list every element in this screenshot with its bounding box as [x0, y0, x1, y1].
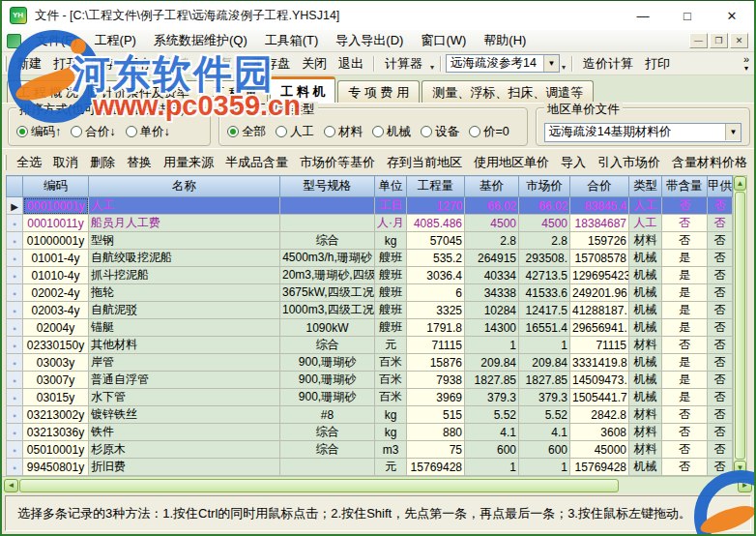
mdi-restore-button[interactable]: ❐ — [710, 33, 728, 48]
grid-column-header[interactable]: 单位 — [375, 176, 407, 197]
template-combobox[interactable]: 远海疏浚参考14 ▼ — [446, 54, 560, 73]
cell-quantity[interactable]: 7938 — [407, 372, 465, 389]
cell-type[interactable]: 材料 — [629, 337, 662, 354]
cell-unit[interactable]: 艘班 — [375, 267, 407, 284]
row-selector-cell[interactable]: ▪ — [7, 302, 23, 319]
menu-item[interactable]: 窗口(W) — [412, 30, 475, 51]
cell-code[interactable]: 03213036y — [23, 424, 89, 441]
cell-has-content[interactable]: 否 — [662, 459, 708, 476]
grid-column-header[interactable]: 市场价 — [519, 176, 570, 197]
cell-has-content[interactable]: 否 — [662, 337, 708, 354]
cell-type[interactable]: 机械 — [629, 372, 662, 389]
cell-name[interactable]: 镀锌铁丝 — [89, 406, 280, 424]
cell-market-price[interactable]: 41533.6 — [519, 284, 570, 302]
cell-type[interactable]: 材料 — [629, 232, 662, 250]
cell-type[interactable]: 人工 — [629, 215, 662, 232]
menu-item[interactable]: 工程(P) — [86, 30, 145, 51]
cell-code[interactable]: 01010-4y — [23, 267, 89, 284]
cell-has-content[interactable]: 是 — [662, 250, 708, 267]
cell-code[interactable]: 02330150y — [23, 337, 89, 354]
cell-spec[interactable]: 综合 — [280, 337, 375, 354]
action-button[interactable]: 删除 — [84, 150, 121, 175]
toolbar-file-button[interactable]: 新建 — [11, 52, 47, 75]
cell-name[interactable]: 折旧费 — [89, 459, 280, 476]
cell-spec[interactable]: 综合 — [280, 424, 375, 441]
mdi-close-button[interactable]: ✕ — [730, 33, 748, 48]
action-button[interactable]: 存到当前地区 — [381, 150, 468, 175]
cell-owner-supplied[interactable]: 否 — [708, 406, 733, 424]
cell-owner-supplied[interactable]: 否 — [708, 197, 733, 215]
cell-unit[interactable]: kg — [375, 406, 407, 424]
cell-base-price[interactable]: 2.8 — [465, 232, 519, 250]
cell-base-price[interactable]: 40334 — [465, 267, 519, 284]
cell-unit[interactable]: 艘班 — [375, 284, 407, 302]
cell-has-content[interactable]: 否 — [662, 406, 708, 424]
scroll-up-button[interactable]: ▲ — [734, 176, 746, 191]
row-selector-cell[interactable]: ▪ — [7, 319, 23, 337]
action-button[interactable]: 含量材料价格 — [666, 150, 753, 175]
cell-spec[interactable]: 4500m3/h,珊瑚砂 — [280, 250, 375, 267]
cell-market-price[interactable]: 379.3 — [519, 389, 570, 406]
cell-quantity[interactable]: 15876 — [407, 354, 465, 372]
cell-total-price[interactable]: 45000 — [570, 441, 629, 459]
cell-total-price[interactable]: 18384687 — [570, 215, 629, 232]
cell-base-price[interactable]: 14300 — [465, 319, 519, 337]
scroll-down-button[interactable]: ▼ — [734, 461, 746, 475]
grid-column-header[interactable]: 基价 — [465, 176, 519, 197]
grid-column-header[interactable]: 编码 — [23, 176, 89, 197]
horizontal-scrollbar[interactable]: ◄ ► — [2, 476, 754, 493]
cell-market-price[interactable]: 1827.85 — [519, 372, 570, 389]
action-button[interactable]: 市场价等基价 — [294, 150, 381, 175]
cell-market-price[interactable]: 66.02 — [519, 197, 570, 215]
calculator-button[interactable]: 计算器 — [379, 52, 428, 75]
radio-icon[interactable] — [126, 126, 137, 137]
type-radio-option[interactable]: 机械 — [372, 124, 411, 140]
cell-unit[interactable]: 艘班 — [375, 250, 407, 267]
tab[interactable]: 工 程 概 况 — [7, 80, 89, 103]
cell-market-price[interactable]: 600 — [519, 441, 570, 459]
row-selector-cell[interactable]: ▪ — [7, 406, 23, 424]
radio-icon[interactable] — [469, 126, 480, 137]
cell-type[interactable]: 机械 — [629, 284, 662, 302]
row-selector-cell[interactable]: ▪ — [7, 284, 23, 302]
menu-item[interactable]: 系统数据维护(Q) — [145, 30, 256, 51]
combo-dropdown-icon[interactable]: ▼ — [543, 55, 559, 72]
cell-unit[interactable]: 艘班 — [375, 302, 407, 319]
cell-quantity[interactable]: 75 — [407, 441, 465, 459]
cell-type[interactable]: 材料 — [629, 441, 662, 459]
cell-spec[interactable]: 3675kW,四级工况 — [280, 284, 375, 302]
cell-type[interactable]: 机械 — [629, 319, 662, 337]
cell-total-price[interactable]: 249201.96 — [570, 284, 629, 302]
cell-owner-supplied[interactable]: 否 — [708, 302, 733, 319]
type-radio-option[interactable]: 人工 — [276, 124, 314, 140]
cell-unit[interactable]: kg — [375, 232, 407, 250]
action-button[interactable]: 替换 — [121, 150, 158, 175]
grid-column-header[interactable]: 甲供 — [708, 176, 733, 197]
row-selector-cell[interactable]: ▪ — [7, 267, 23, 284]
cell-name[interactable]: 锚艇 — [89, 319, 280, 337]
sort-radio-option[interactable]: 编码↑ — [16, 124, 61, 140]
grid-column-header[interactable]: 合价 — [570, 176, 629, 197]
cell-name[interactable]: 船员月人工费 — [89, 215, 280, 232]
undo-dropdown-icon[interactable]: ▾ — [194, 63, 202, 72]
table-row[interactable]: ▪ 00010011y 船员月人工费 人·月 4085.486 4500 450… — [7, 215, 733, 232]
radio-icon[interactable] — [372, 126, 384, 137]
cell-code[interactable]: 02003-4y — [23, 302, 89, 319]
cell-name[interactable]: 自航绞吸挖泥船 — [89, 250, 280, 267]
row-selector-cell[interactable]: ▶ — [7, 197, 23, 215]
toolbar-overflow-button[interactable]: » ▾ — [739, 55, 754, 73]
cell-name[interactable]: 普通自浮管 — [89, 372, 280, 389]
toolbar-file-button[interactable]: 另存 — [121, 52, 158, 75]
row-selector-cell[interactable]: ▪ — [7, 424, 23, 441]
type-radio-option[interactable]: 价=0 — [469, 124, 509, 140]
cell-owner-supplied[interactable]: 否 — [708, 389, 733, 406]
grid-column-header[interactable]: 类型 — [629, 176, 662, 197]
cell-total-price[interactable]: 1505441.7 — [570, 389, 629, 406]
grid-column-header[interactable]: 型号规格 — [280, 176, 375, 197]
toolbar-file-button[interactable]: 保存 — [84, 52, 121, 75]
cell-spec[interactable]: #8 — [280, 406, 375, 424]
cell-has-content[interactable]: 否 — [662, 441, 708, 459]
menu-item[interactable]: 帮助(H) — [475, 30, 535, 51]
cell-has-content[interactable]: 否 — [662, 232, 708, 250]
template-dropdown-icon[interactable]: ▾ — [560, 63, 567, 72]
